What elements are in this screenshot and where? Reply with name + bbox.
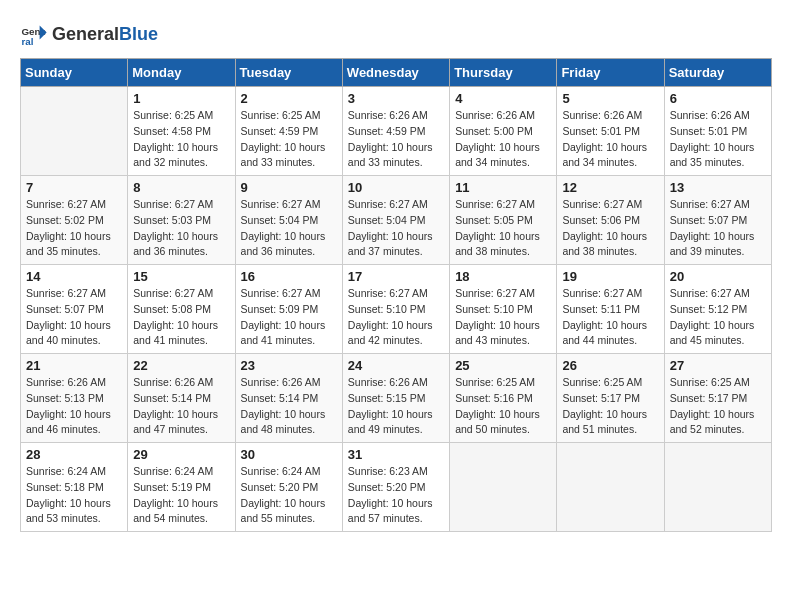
calendar-cell: 4Sunrise: 6:26 AM Sunset: 5:00 PM Daylig…: [450, 87, 557, 176]
calendar-cell: 23Sunrise: 6:26 AM Sunset: 5:14 PM Dayli…: [235, 354, 342, 443]
day-number: 9: [241, 180, 337, 195]
calendar-cell: 25Sunrise: 6:25 AM Sunset: 5:16 PM Dayli…: [450, 354, 557, 443]
calendar-week-2: 7Sunrise: 6:27 AM Sunset: 5:02 PM Daylig…: [21, 176, 772, 265]
calendar-cell: 18Sunrise: 6:27 AM Sunset: 5:10 PM Dayli…: [450, 265, 557, 354]
calendar-week-4: 21Sunrise: 6:26 AM Sunset: 5:13 PM Dayli…: [21, 354, 772, 443]
logo-general: General: [52, 24, 119, 44]
page-header: Gene ral GeneralBlue: [20, 20, 772, 48]
day-info: Sunrise: 6:24 AM Sunset: 5:20 PM Dayligh…: [241, 464, 337, 527]
day-info: Sunrise: 6:26 AM Sunset: 5:01 PM Dayligh…: [562, 108, 658, 171]
logo-icon: Gene ral: [20, 20, 48, 48]
day-number: 15: [133, 269, 229, 284]
calendar-cell: 31Sunrise: 6:23 AM Sunset: 5:20 PM Dayli…: [342, 443, 449, 532]
day-info: Sunrise: 6:25 AM Sunset: 4:58 PM Dayligh…: [133, 108, 229, 171]
day-info: Sunrise: 6:26 AM Sunset: 5:15 PM Dayligh…: [348, 375, 444, 438]
day-number: 3: [348, 91, 444, 106]
day-number: 13: [670, 180, 766, 195]
day-info: Sunrise: 6:27 AM Sunset: 5:03 PM Dayligh…: [133, 197, 229, 260]
day-number: 19: [562, 269, 658, 284]
day-number: 12: [562, 180, 658, 195]
day-info: Sunrise: 6:26 AM Sunset: 5:14 PM Dayligh…: [241, 375, 337, 438]
day-info: Sunrise: 6:26 AM Sunset: 4:59 PM Dayligh…: [348, 108, 444, 171]
calendar-cell: 6Sunrise: 6:26 AM Sunset: 5:01 PM Daylig…: [664, 87, 771, 176]
day-number: 27: [670, 358, 766, 373]
day-info: Sunrise: 6:23 AM Sunset: 5:20 PM Dayligh…: [348, 464, 444, 527]
day-number: 29: [133, 447, 229, 462]
day-number: 8: [133, 180, 229, 195]
calendar-cell: 9Sunrise: 6:27 AM Sunset: 5:04 PM Daylig…: [235, 176, 342, 265]
svg-text:ral: ral: [21, 36, 33, 47]
logo-blue: Blue: [119, 24, 158, 44]
weekday-header-tuesday: Tuesday: [235, 59, 342, 87]
day-number: 5: [562, 91, 658, 106]
calendar-cell: 7Sunrise: 6:27 AM Sunset: 5:02 PM Daylig…: [21, 176, 128, 265]
calendar-cell: 8Sunrise: 6:27 AM Sunset: 5:03 PM Daylig…: [128, 176, 235, 265]
day-number: 31: [348, 447, 444, 462]
day-info: Sunrise: 6:25 AM Sunset: 5:16 PM Dayligh…: [455, 375, 551, 438]
weekday-header-friday: Friday: [557, 59, 664, 87]
calendar-cell: 24Sunrise: 6:26 AM Sunset: 5:15 PM Dayli…: [342, 354, 449, 443]
calendar-cell: 16Sunrise: 6:27 AM Sunset: 5:09 PM Dayli…: [235, 265, 342, 354]
calendar-cell: 11Sunrise: 6:27 AM Sunset: 5:05 PM Dayli…: [450, 176, 557, 265]
calendar-cell: 28Sunrise: 6:24 AM Sunset: 5:18 PM Dayli…: [21, 443, 128, 532]
day-number: 6: [670, 91, 766, 106]
day-number: 25: [455, 358, 551, 373]
calendar-cell: 30Sunrise: 6:24 AM Sunset: 5:20 PM Dayli…: [235, 443, 342, 532]
day-info: Sunrise: 6:26 AM Sunset: 5:13 PM Dayligh…: [26, 375, 122, 438]
day-number: 4: [455, 91, 551, 106]
day-info: Sunrise: 6:27 AM Sunset: 5:07 PM Dayligh…: [26, 286, 122, 349]
day-number: 11: [455, 180, 551, 195]
calendar-cell: 20Sunrise: 6:27 AM Sunset: 5:12 PM Dayli…: [664, 265, 771, 354]
day-info: Sunrise: 6:25 AM Sunset: 5:17 PM Dayligh…: [670, 375, 766, 438]
day-number: 22: [133, 358, 229, 373]
day-number: 20: [670, 269, 766, 284]
calendar-cell: 1Sunrise: 6:25 AM Sunset: 4:58 PM Daylig…: [128, 87, 235, 176]
calendar-cell: 17Sunrise: 6:27 AM Sunset: 5:10 PM Dayli…: [342, 265, 449, 354]
day-info: Sunrise: 6:24 AM Sunset: 5:18 PM Dayligh…: [26, 464, 122, 527]
calendar-cell: 19Sunrise: 6:27 AM Sunset: 5:11 PM Dayli…: [557, 265, 664, 354]
weekday-header-thursday: Thursday: [450, 59, 557, 87]
day-number: 30: [241, 447, 337, 462]
calendar-cell: 10Sunrise: 6:27 AM Sunset: 5:04 PM Dayli…: [342, 176, 449, 265]
day-number: 23: [241, 358, 337, 373]
day-info: Sunrise: 6:26 AM Sunset: 5:00 PM Dayligh…: [455, 108, 551, 171]
weekday-header-saturday: Saturday: [664, 59, 771, 87]
calendar-cell: 15Sunrise: 6:27 AM Sunset: 5:08 PM Dayli…: [128, 265, 235, 354]
day-info: Sunrise: 6:27 AM Sunset: 5:04 PM Dayligh…: [348, 197, 444, 260]
calendar-cell: 12Sunrise: 6:27 AM Sunset: 5:06 PM Dayli…: [557, 176, 664, 265]
day-number: 10: [348, 180, 444, 195]
calendar-cell: 26Sunrise: 6:25 AM Sunset: 5:17 PM Dayli…: [557, 354, 664, 443]
day-info: Sunrise: 6:27 AM Sunset: 5:08 PM Dayligh…: [133, 286, 229, 349]
calendar-table: SundayMondayTuesdayWednesdayThursdayFrid…: [20, 58, 772, 532]
day-info: Sunrise: 6:26 AM Sunset: 5:01 PM Dayligh…: [670, 108, 766, 171]
day-number: 28: [26, 447, 122, 462]
day-info: Sunrise: 6:27 AM Sunset: 5:05 PM Dayligh…: [455, 197, 551, 260]
day-number: 7: [26, 180, 122, 195]
calendar-cell: 21Sunrise: 6:26 AM Sunset: 5:13 PM Dayli…: [21, 354, 128, 443]
calendar-cell: [557, 443, 664, 532]
day-number: 2: [241, 91, 337, 106]
day-info: Sunrise: 6:25 AM Sunset: 5:17 PM Dayligh…: [562, 375, 658, 438]
calendar-cell: [664, 443, 771, 532]
day-number: 24: [348, 358, 444, 373]
day-number: 1: [133, 91, 229, 106]
calendar-cell: 29Sunrise: 6:24 AM Sunset: 5:19 PM Dayli…: [128, 443, 235, 532]
day-info: Sunrise: 6:27 AM Sunset: 5:06 PM Dayligh…: [562, 197, 658, 260]
calendar-cell: 3Sunrise: 6:26 AM Sunset: 4:59 PM Daylig…: [342, 87, 449, 176]
logo: Gene ral GeneralBlue: [20, 20, 158, 48]
day-number: 14: [26, 269, 122, 284]
weekday-header-wednesday: Wednesday: [342, 59, 449, 87]
day-info: Sunrise: 6:24 AM Sunset: 5:19 PM Dayligh…: [133, 464, 229, 527]
day-number: 17: [348, 269, 444, 284]
calendar-cell: [21, 87, 128, 176]
day-info: Sunrise: 6:27 AM Sunset: 5:09 PM Dayligh…: [241, 286, 337, 349]
calendar-cell: 2Sunrise: 6:25 AM Sunset: 4:59 PM Daylig…: [235, 87, 342, 176]
day-number: 18: [455, 269, 551, 284]
day-info: Sunrise: 6:27 AM Sunset: 5:04 PM Dayligh…: [241, 197, 337, 260]
weekday-header-sunday: Sunday: [21, 59, 128, 87]
calendar-week-3: 14Sunrise: 6:27 AM Sunset: 5:07 PM Dayli…: [21, 265, 772, 354]
day-info: Sunrise: 6:27 AM Sunset: 5:11 PM Dayligh…: [562, 286, 658, 349]
calendar-cell: 14Sunrise: 6:27 AM Sunset: 5:07 PM Dayli…: [21, 265, 128, 354]
day-info: Sunrise: 6:26 AM Sunset: 5:14 PM Dayligh…: [133, 375, 229, 438]
day-number: 21: [26, 358, 122, 373]
